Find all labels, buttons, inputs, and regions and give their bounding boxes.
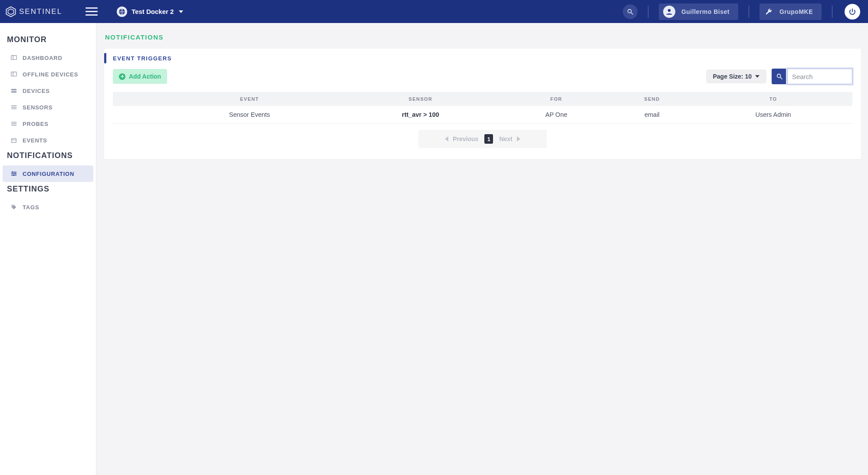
cell-for: AP One	[503, 106, 610, 124]
add-action-button[interactable]: Add Action	[113, 69, 167, 84]
topbar: SENTINEL Test Docker 2 Guillermo Biset	[0, 0, 868, 23]
sliders-icon	[10, 120, 17, 127]
card-title: EVENT TRIGGERS	[113, 55, 172, 62]
sidebar: MONITOR DASHBOARD OFFLINE DEVICES DEVICE…	[0, 23, 96, 475]
pagination-next-label: Next	[499, 135, 512, 142]
dashboard-icon	[10, 71, 17, 78]
sidebar-section-notifications: NOTIFICATIONS	[0, 148, 96, 165]
pagination-next[interactable]: Next	[499, 135, 520, 142]
sidebar-section-settings: SETTINGS	[0, 182, 96, 199]
svg-rect-18	[12, 139, 16, 143]
table-header-row: EVENT SENSOR FOR SEND TO	[113, 92, 852, 106]
brand-name: SENTINEL	[19, 7, 62, 16]
sidebar-item-sensors[interactable]: SENSORS	[0, 99, 96, 115]
col-to[interactable]: TO	[694, 92, 852, 106]
shell: MONITOR DASHBOARD OFFLINE DEVICES DEVICE…	[0, 23, 868, 475]
sidebar-item-dashboard[interactable]: DASHBOARD	[0, 49, 96, 66]
sliders-icon	[10, 170, 17, 177]
pagination-page-1[interactable]: 1	[484, 134, 493, 144]
add-action-label: Add Action	[129, 73, 161, 80]
search-icon	[776, 73, 783, 80]
svg-point-25	[13, 175, 14, 176]
caret-right-icon	[517, 136, 520, 142]
sidebar-item-label: DEVICES	[23, 88, 50, 94]
search-input[interactable]	[787, 69, 852, 84]
sidebar-item-tags[interactable]: TAGS	[0, 199, 96, 215]
sidebar-item-label: SENSORS	[23, 104, 53, 111]
global-search-button[interactable]	[623, 4, 638, 19]
svg-point-21	[12, 172, 13, 173]
tag-icon	[10, 204, 17, 211]
wrench-icon	[764, 7, 773, 16]
sidebar-item-probes[interactable]: PROBES	[0, 115, 96, 132]
col-for[interactable]: FOR	[503, 92, 610, 106]
dashboard-icon	[10, 54, 17, 61]
chevron-down-icon	[755, 75, 760, 78]
sidebar-item-label: EVENTS	[23, 137, 47, 144]
search-button[interactable]	[772, 69, 787, 84]
svg-rect-6	[11, 56, 16, 60]
main: NOTIFICATIONS EVENT TRIGGERS Add Action …	[96, 23, 868, 475]
context-label: Test Docker 2	[132, 8, 174, 15]
search-icon	[627, 8, 634, 15]
caret-left-icon	[445, 136, 448, 142]
sidebar-item-configuration[interactable]: CONFIGURATION	[3, 165, 93, 182]
pagination-previous[interactable]: Previous	[445, 135, 478, 142]
page-size-label: Page Size: 10	[713, 73, 752, 80]
svg-point-26	[12, 205, 13, 206]
logout-button[interactable]	[845, 4, 860, 20]
table-row[interactable]: Sensor Events rtt_avr > 100 AP One email…	[113, 106, 852, 124]
col-sensor[interactable]: SENSOR	[339, 92, 503, 106]
menu-toggle-button[interactable]	[85, 6, 98, 18]
pagination-previous-label: Previous	[453, 135, 478, 142]
sidebar-section-monitor: MONITOR	[0, 33, 96, 49]
cell-sensor: rtt_avr > 100	[339, 106, 503, 124]
card-header: EVENT TRIGGERS	[104, 49, 861, 68]
user-avatar-icon	[663, 6, 675, 18]
sliders-icon	[10, 104, 17, 111]
col-send[interactable]: SEND	[610, 92, 694, 106]
cell-blank	[113, 106, 161, 124]
brand-logo-icon	[5, 6, 16, 17]
divider	[648, 6, 648, 18]
globe-icon	[117, 7, 127, 17]
org-name: GrupoMKE	[779, 8, 813, 15]
divider	[832, 6, 832, 18]
sidebar-item-devices[interactable]: DEVICES	[0, 82, 96, 99]
svg-rect-11	[11, 91, 16, 93]
cell-event: Sensor Events	[161, 106, 339, 124]
plus-circle-icon	[119, 73, 125, 80]
sidebar-item-events[interactable]: EVENTS	[0, 132, 96, 148]
cell-send: email	[610, 106, 694, 124]
sidebar-item-label: OFFLINE DEVICES	[23, 71, 78, 78]
svg-line-28	[780, 77, 782, 79]
triggers-table: EVENT SENSOR FOR SEND TO Sensor Events r…	[113, 92, 852, 124]
col-blank	[113, 92, 161, 106]
sidebar-item-label: TAGS	[23, 204, 39, 211]
page-size-dropdown[interactable]: Page Size: 10	[706, 69, 767, 83]
table-search	[772, 69, 852, 84]
svg-point-5	[668, 9, 671, 11]
accent-bar	[104, 53, 106, 63]
user-menu[interactable]: Guillermo Biset	[659, 3, 738, 20]
svg-point-23	[14, 173, 16, 175]
divider	[749, 6, 749, 18]
page-number: 1	[487, 136, 490, 142]
server-icon	[10, 87, 17, 94]
user-name: Guillermo Biset	[681, 8, 730, 15]
chevron-down-icon	[179, 10, 183, 13]
cell-to: Users Admin	[694, 106, 852, 124]
svg-marker-1	[8, 9, 14, 14]
context-switcher[interactable]: Test Docker 2	[117, 7, 183, 17]
sidebar-item-label: PROBES	[23, 121, 49, 127]
calendar-icon	[10, 137, 17, 144]
org-menu[interactable]: GrupoMKE	[760, 3, 822, 20]
power-icon	[848, 8, 856, 16]
brand[interactable]: SENTINEL	[5, 6, 62, 17]
card-toolbar: Add Action Page Size: 10	[104, 68, 861, 89]
page-title: NOTIFICATIONS	[104, 33, 861, 41]
sidebar-item-offline-devices[interactable]: OFFLINE DEVICES	[0, 66, 96, 82]
svg-line-4	[631, 13, 633, 14]
pagination: Previous 1 Next	[418, 130, 547, 148]
col-event[interactable]: EVENT	[161, 92, 339, 106]
